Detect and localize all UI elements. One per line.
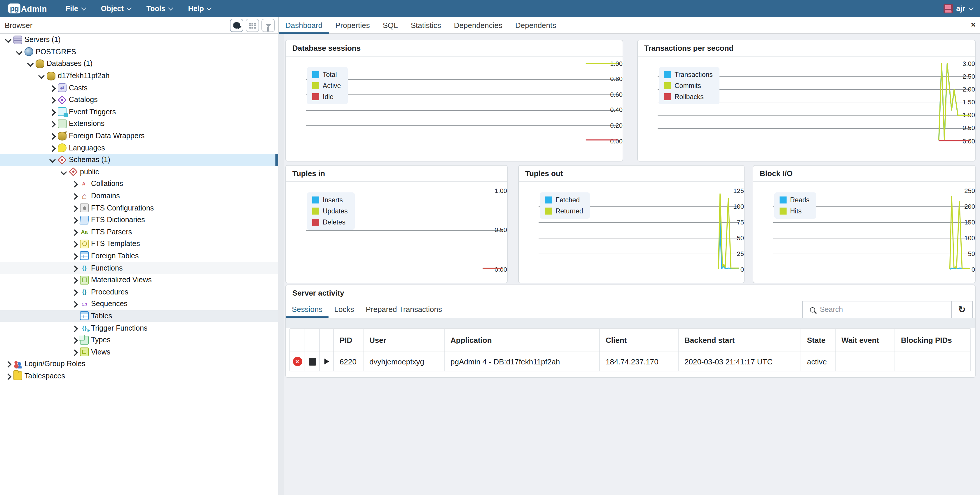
tree-item-fts-templates[interactable]: FTS Templates — [0, 238, 278, 250]
chevron-right-icon[interactable] — [71, 264, 78, 271]
tree-item-foreign-data-wrappers[interactable]: Foreign Data Wrappers — [0, 130, 278, 142]
chevron-right-icon[interactable] — [5, 373, 12, 379]
legend-swatch — [312, 82, 319, 89]
chevron-down-icon[interactable] — [60, 168, 67, 176]
menu-tools[interactable]: Tools — [140, 0, 179, 17]
search-input[interactable] — [815, 306, 951, 314]
chevron-right-icon[interactable] — [49, 144, 56, 151]
tree-item-databases-1-[interactable]: Databases (1) — [0, 58, 278, 70]
tree-item-functions[interactable]: {}Functions — [0, 262, 278, 274]
close-icon[interactable]: × — [971, 20, 975, 29]
tree-item-postgres[interactable]: POSTGRES — [0, 46, 278, 58]
tree-item-schemas-1-[interactable]: Schemas (1) — [0, 154, 278, 166]
tree-item-collations[interactable]: A↓Collations — [0, 178, 278, 190]
chevron-right-icon[interactable] — [71, 252, 78, 259]
chevron-down-icon[interactable] — [16, 48, 23, 56]
tree-item-servers-1-[interactable]: Servers (1) — [0, 34, 278, 46]
tab-dependents[interactable]: Dependents — [509, 17, 563, 33]
user-menu[interactable]: ajr — [943, 4, 972, 13]
chevron-right-icon[interactable] — [71, 289, 78, 296]
tree-item-public[interactable]: public — [0, 166, 278, 178]
chevron-right-icon[interactable] — [49, 108, 56, 116]
tree-item-tables[interactable]: Tables — [0, 310, 278, 322]
chevron-right-icon[interactable] — [71, 228, 78, 236]
tree-item-foreign-tables[interactable]: Foreign Tables — [0, 250, 278, 262]
expand-row-icon[interactable] — [324, 359, 329, 364]
tree-item-login-group-roles[interactable]: Login/Group Roles — [0, 358, 278, 370]
chevron-right-icon[interactable] — [71, 205, 78, 211]
ftsd-icon — [80, 216, 89, 224]
tree-item-trigger-functions[interactable]: {}Trigger Functions — [0, 322, 278, 334]
legend-label: Total — [323, 71, 337, 78]
query-tool-button[interactable] — [230, 19, 243, 32]
chevron-right-icon[interactable] — [49, 84, 56, 91]
tree-item-casts[interactable]: ⇄Casts — [0, 82, 278, 94]
tree-item-fts-configurations[interactable]: FTS Configurations — [0, 202, 278, 214]
chevron-right-icon[interactable] — [5, 361, 12, 368]
pgadmin-logo[interactable]: pgAdmin — [8, 3, 47, 13]
tree-item-d17fekh11pf2ah[interactable]: d17fekh11pf2ah — [0, 70, 278, 82]
top-navbar: pgAdmin FileObjectToolsHelp ajr — [0, 0, 980, 17]
chevron-right-icon[interactable] — [49, 121, 56, 127]
chevron-down-icon[interactable] — [27, 60, 34, 67]
activity-tab-sessions[interactable]: Sessions — [286, 300, 329, 318]
cancel-query-icon[interactable] — [309, 358, 316, 365]
tree-item-domains[interactable]: ⌂Domains — [0, 190, 278, 202]
terminate-session-icon[interactable]: × — [293, 357, 302, 366]
tree-item-extensions[interactable]: Extensions — [0, 118, 278, 130]
views-icon — [80, 347, 89, 356]
tree-item-languages[interactable]: Languages — [0, 142, 278, 154]
tab-sql[interactable]: SQL — [376, 17, 404, 33]
tree-item-types[interactable]: Types — [0, 334, 278, 346]
tree-item-sequences[interactable]: 1..3Sequences — [0, 298, 278, 310]
ext-icon — [58, 119, 67, 128]
chevron-down-icon[interactable] — [38, 72, 45, 79]
menu-help[interactable]: Help — [181, 0, 217, 17]
menu-file[interactable]: File — [59, 0, 92, 17]
tree-item-views[interactable]: Views — [0, 346, 278, 358]
tab-properties[interactable]: Properties — [329, 17, 376, 33]
menu-object[interactable]: Object — [94, 0, 137, 17]
tree-item-procedures[interactable]: {}Procedures — [0, 286, 278, 298]
chevron-right-icon[interactable] — [71, 216, 78, 223]
selected-row-indicator — [275, 154, 278, 166]
tree-item-fts-parsers[interactable]: AaFTS Parsers — [0, 226, 278, 238]
chevron-right-icon[interactable] — [71, 324, 78, 332]
filtered-rows-button[interactable] — [261, 19, 275, 32]
chevron-right-icon[interactable] — [71, 301, 78, 308]
chevron-down-icon[interactable] — [49, 156, 56, 163]
activity-tab-locks[interactable]: Locks — [329, 300, 360, 318]
tree-item-fts-dictionaries[interactable]: FTS Dictionaries — [0, 214, 278, 226]
chevron-right-icon[interactable] — [71, 276, 78, 283]
chevron-right-icon[interactable] — [71, 241, 78, 248]
panel-splitter[interactable] — [278, 34, 284, 495]
chevron-right-icon[interactable] — [71, 181, 78, 187]
tree-item-materialized-views[interactable]: Materialized Views — [0, 274, 278, 286]
tree-item-event-triggers[interactable]: Event Triggers — [0, 106, 278, 118]
chevron-right-icon[interactable] — [71, 348, 78, 355]
tree-item-label: Views — [91, 348, 110, 356]
chevron-right-icon[interactable] — [71, 336, 78, 343]
legend-entry: Updates — [312, 208, 348, 214]
tree-item-catalogs[interactable]: Catalogs — [0, 94, 278, 106]
public-icon — [69, 167, 78, 176]
tab-dashboard[interactable]: Dashboard — [279, 17, 329, 33]
cell-blocking-pids — [895, 352, 971, 371]
sub-bar: Browser DashboardPropertiesSQLStatistics… — [0, 17, 980, 34]
cell-expand — [320, 352, 334, 371]
chevron-right-icon[interactable] — [49, 132, 56, 140]
refresh-button[interactable]: ↻ — [951, 301, 972, 318]
tab-dependencies[interactable]: Dependencies — [447, 17, 509, 33]
tree-item-tablespaces[interactable]: Tablespaces — [0, 370, 278, 382]
legend-swatch — [545, 197, 552, 203]
cell-application: pgAdmin 4 - DB:d17fekh11pf2ah — [445, 352, 600, 371]
view-data-button[interactable] — [246, 19, 259, 32]
chevron-right-icon[interactable] — [49, 97, 56, 103]
chevron-right-icon[interactable] — [71, 192, 78, 199]
mview-icon — [80, 276, 89, 284]
tree-item-label: POSTGRES — [36, 48, 76, 56]
tab-statistics[interactable]: Statistics — [404, 17, 447, 33]
chevron-down-icon[interactable] — [5, 36, 12, 43]
activity-tab-prepared-transactions[interactable]: Prepared Transactions — [360, 300, 448, 318]
tree-item-label: Procedures — [91, 288, 128, 296]
